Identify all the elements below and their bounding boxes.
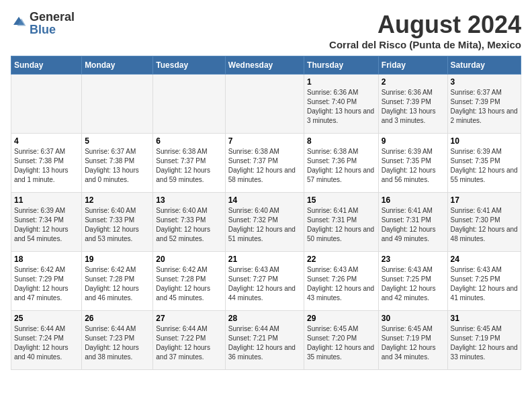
calendar-cell: 30Sunrise: 6:45 AM Sunset: 7:19 PM Dayli… <box>378 311 447 370</box>
calendar-week-row: 1Sunrise: 6:36 AM Sunset: 7:40 PM Daylig… <box>11 75 521 134</box>
calendar-header-row: SundayMondayTuesdayWednesdayThursdayFrid… <box>11 56 521 75</box>
column-header-monday: Monday <box>82 56 153 75</box>
day-number: 7 <box>228 136 301 146</box>
day-info: Sunrise: 6:45 AM Sunset: 7:19 PM Dayligh… <box>451 324 518 362</box>
day-info: Sunrise: 6:36 AM Sunset: 7:39 PM Dayligh… <box>382 88 445 126</box>
day-info: Sunrise: 6:36 AM Sunset: 7:40 PM Dayligh… <box>307 88 375 126</box>
calendar-week-row: 25Sunrise: 6:44 AM Sunset: 7:24 PM Dayli… <box>11 311 521 370</box>
day-number: 13 <box>156 195 222 205</box>
day-number: 16 <box>382 195 445 205</box>
day-number: 1 <box>307 77 375 87</box>
calendar-cell: 27Sunrise: 6:44 AM Sunset: 7:22 PM Dayli… <box>153 311 225 370</box>
day-number: 6 <box>156 136 222 146</box>
column-header-friday: Friday <box>378 56 447 75</box>
day-number: 3 <box>451 77 518 87</box>
column-header-thursday: Thursday <box>304 56 379 75</box>
day-number: 17 <box>451 195 518 205</box>
day-info: Sunrise: 6:43 AM Sunset: 7:27 PM Dayligh… <box>228 265 301 303</box>
calendar-cell <box>225 75 304 134</box>
day-info: Sunrise: 6:44 AM Sunset: 7:22 PM Dayligh… <box>156 324 222 362</box>
calendar-cell: 26Sunrise: 6:44 AM Sunset: 7:23 PM Dayli… <box>82 311 153 370</box>
day-info: Sunrise: 6:42 AM Sunset: 7:28 PM Dayligh… <box>156 265 222 303</box>
day-info: Sunrise: 6:42 AM Sunset: 7:29 PM Dayligh… <box>14 265 79 303</box>
column-header-saturday: Saturday <box>447 56 521 75</box>
calendar-cell: 6Sunrise: 6:38 AM Sunset: 7:37 PM Daylig… <box>153 134 225 193</box>
day-number: 20 <box>156 255 222 264</box>
calendar-cell <box>82 75 153 134</box>
day-number: 24 <box>451 255 518 264</box>
calendar-cell: 16Sunrise: 6:41 AM Sunset: 7:31 PM Dayli… <box>378 193 447 252</box>
page-header: General Blue August 2024 Corral del Risc… <box>11 11 521 50</box>
day-info: Sunrise: 6:44 AM Sunset: 7:23 PM Dayligh… <box>85 324 150 362</box>
day-info: Sunrise: 6:39 AM Sunset: 7:34 PM Dayligh… <box>14 206 79 244</box>
day-number: 23 <box>382 255 445 264</box>
day-info: Sunrise: 6:37 AM Sunset: 7:39 PM Dayligh… <box>451 88 518 126</box>
calendar-cell: 18Sunrise: 6:42 AM Sunset: 7:29 PM Dayli… <box>11 252 82 311</box>
calendar-cell: 9Sunrise: 6:39 AM Sunset: 7:35 PM Daylig… <box>378 134 447 193</box>
calendar-cell: 29Sunrise: 6:45 AM Sunset: 7:20 PM Dayli… <box>304 311 379 370</box>
day-number: 9 <box>382 136 445 146</box>
calendar-cell: 11Sunrise: 6:39 AM Sunset: 7:34 PM Dayli… <box>11 193 82 252</box>
day-info: Sunrise: 6:45 AM Sunset: 7:20 PM Dayligh… <box>307 324 375 362</box>
day-info: Sunrise: 6:40 AM Sunset: 7:32 PM Dayligh… <box>228 206 301 244</box>
day-info: Sunrise: 6:39 AM Sunset: 7:35 PM Dayligh… <box>382 147 445 185</box>
logo-icon <box>11 14 27 30</box>
logo-blue: Blue <box>30 24 75 36</box>
day-number: 15 <box>307 195 375 205</box>
day-number: 28 <box>228 314 301 323</box>
day-info: Sunrise: 6:38 AM Sunset: 7:37 PM Dayligh… <box>156 147 222 185</box>
column-header-wednesday: Wednesday <box>225 56 304 75</box>
title-section: August 2024 Corral del Risco (Punta de M… <box>329 11 521 50</box>
day-number: 30 <box>382 314 445 323</box>
calendar-cell: 20Sunrise: 6:42 AM Sunset: 7:28 PM Dayli… <box>153 252 225 311</box>
day-info: Sunrise: 6:41 AM Sunset: 7:31 PM Dayligh… <box>307 206 375 244</box>
day-info: Sunrise: 6:44 AM Sunset: 7:24 PM Dayligh… <box>14 324 79 362</box>
day-info: Sunrise: 6:40 AM Sunset: 7:33 PM Dayligh… <box>156 206 222 244</box>
calendar-cell: 4Sunrise: 6:37 AM Sunset: 7:38 PM Daylig… <box>11 134 82 193</box>
day-number: 26 <box>85 314 150 323</box>
calendar-cell: 7Sunrise: 6:38 AM Sunset: 7:37 PM Daylig… <box>225 134 304 193</box>
day-info: Sunrise: 6:37 AM Sunset: 7:38 PM Dayligh… <box>14 147 79 185</box>
logo: General Blue <box>11 11 75 36</box>
calendar-cell: 10Sunrise: 6:39 AM Sunset: 7:35 PM Dayli… <box>447 134 521 193</box>
day-info: Sunrise: 6:41 AM Sunset: 7:31 PM Dayligh… <box>382 206 445 244</box>
day-number: 4 <box>14 136 79 146</box>
calendar-cell <box>153 75 225 134</box>
day-number: 2 <box>382 77 445 87</box>
day-number: 27 <box>156 314 222 323</box>
day-number: 10 <box>451 136 518 146</box>
calendar-cell: 23Sunrise: 6:43 AM Sunset: 7:25 PM Dayli… <box>378 252 447 311</box>
day-number: 5 <box>85 136 150 146</box>
day-info: Sunrise: 6:43 AM Sunset: 7:25 PM Dayligh… <box>382 265 445 303</box>
calendar-cell: 19Sunrise: 6:42 AM Sunset: 7:28 PM Dayli… <box>82 252 153 311</box>
main-title: August 2024 <box>329 11 521 39</box>
calendar-cell: 28Sunrise: 6:44 AM Sunset: 7:21 PM Dayli… <box>225 311 304 370</box>
day-info: Sunrise: 6:43 AM Sunset: 7:25 PM Dayligh… <box>451 265 518 303</box>
calendar-cell: 24Sunrise: 6:43 AM Sunset: 7:25 PM Dayli… <box>447 252 521 311</box>
calendar-cell: 17Sunrise: 6:41 AM Sunset: 7:30 PM Dayli… <box>447 193 521 252</box>
day-info: Sunrise: 6:37 AM Sunset: 7:38 PM Dayligh… <box>85 147 150 185</box>
calendar-cell: 31Sunrise: 6:45 AM Sunset: 7:19 PM Dayli… <box>447 311 521 370</box>
calendar-cell: 15Sunrise: 6:41 AM Sunset: 7:31 PM Dayli… <box>304 193 379 252</box>
day-number: 22 <box>307 255 375 264</box>
calendar-cell: 13Sunrise: 6:40 AM Sunset: 7:33 PM Dayli… <box>153 193 225 252</box>
calendar-cell: 14Sunrise: 6:40 AM Sunset: 7:32 PM Dayli… <box>225 193 304 252</box>
day-info: Sunrise: 6:44 AM Sunset: 7:21 PM Dayligh… <box>228 324 301 362</box>
day-number: 11 <box>14 195 79 205</box>
calendar-cell <box>11 75 82 134</box>
day-number: 19 <box>85 255 150 264</box>
calendar-cell: 21Sunrise: 6:43 AM Sunset: 7:27 PM Dayli… <box>225 252 304 311</box>
subtitle: Corral del Risco (Punta de Mita), Mexico <box>329 39 521 50</box>
calendar-cell: 25Sunrise: 6:44 AM Sunset: 7:24 PM Dayli… <box>11 311 82 370</box>
day-number: 29 <box>307 314 375 323</box>
day-number: 25 <box>14 314 79 323</box>
calendar-cell: 12Sunrise: 6:40 AM Sunset: 7:33 PM Dayli… <box>82 193 153 252</box>
day-info: Sunrise: 6:38 AM Sunset: 7:36 PM Dayligh… <box>307 147 375 185</box>
calendar-cell: 3Sunrise: 6:37 AM Sunset: 7:39 PM Daylig… <box>447 75 521 134</box>
day-info: Sunrise: 6:41 AM Sunset: 7:30 PM Dayligh… <box>451 206 518 244</box>
day-info: Sunrise: 6:38 AM Sunset: 7:37 PM Dayligh… <box>228 147 301 185</box>
day-info: Sunrise: 6:42 AM Sunset: 7:28 PM Dayligh… <box>85 265 150 303</box>
day-info: Sunrise: 6:40 AM Sunset: 7:33 PM Dayligh… <box>85 206 150 244</box>
day-info: Sunrise: 6:45 AM Sunset: 7:19 PM Dayligh… <box>382 324 445 362</box>
calendar-cell: 1Sunrise: 6:36 AM Sunset: 7:40 PM Daylig… <box>304 75 379 134</box>
